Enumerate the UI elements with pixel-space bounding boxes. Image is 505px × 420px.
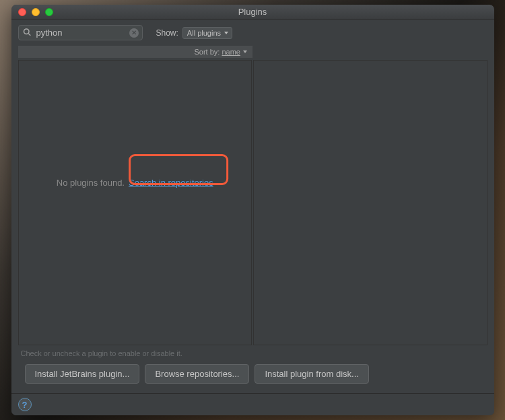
search-wrap: ✕: [18, 25, 143, 40]
install-from-disk-button[interactable]: Install plugin from disk...: [255, 364, 368, 384]
close-icon[interactable]: [18, 8, 26, 16]
footer: ?: [11, 393, 494, 415]
show-dropdown[interactable]: All plugins: [182, 27, 232, 39]
plugin-detail-pane: [253, 60, 487, 345]
window-controls: [11, 8, 53, 16]
main-panel: No plugins found. Search in repositories: [18, 60, 487, 345]
no-plugins-label: No plugins found.: [57, 178, 125, 188]
minimize-icon[interactable]: [32, 8, 40, 16]
show-selected: All plugins: [187, 29, 221, 37]
clear-icon[interactable]: ✕: [129, 28, 139, 38]
button-row: Install JetBrains plugin... Browse repos…: [18, 364, 487, 393]
plugins-window: Plugins ✕ Show: All plugins Sort by: nam…: [11, 5, 494, 415]
plugin-list: No plugins found. Search in repositories: [18, 60, 252, 345]
sort-dropdown[interactable]: name: [222, 48, 240, 56]
help-button[interactable]: ?: [18, 398, 32, 411]
search-input[interactable]: [18, 25, 143, 40]
window-title: Plugins: [11, 7, 494, 17]
install-jetbrains-button[interactable]: Install JetBrains plugin...: [25, 364, 140, 384]
content-area: Sort by: name No plugins found. Search i…: [11, 46, 494, 393]
empty-msg: No plugins found. Search in repositories: [57, 178, 213, 188]
toolbar: ✕ Show: All plugins: [11, 20, 494, 46]
hint-label: Check or uncheck a plugin to enable or d…: [18, 345, 487, 364]
browse-repos-button[interactable]: Browse repositories...: [145, 364, 249, 384]
search-repos-link[interactable]: Search in repositories: [129, 178, 213, 188]
zoom-icon[interactable]: [45, 8, 53, 16]
sort-bar: Sort by: name: [18, 46, 253, 58]
sort-label: Sort by:: [195, 48, 220, 56]
titlebar: Plugins: [11, 5, 494, 20]
show-label: Show:: [156, 28, 178, 38]
